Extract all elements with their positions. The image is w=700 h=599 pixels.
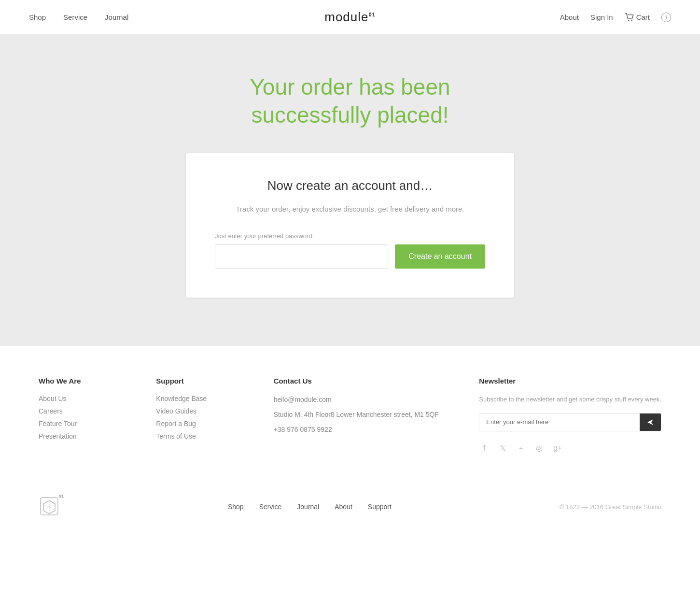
footer-link-presentation[interactable]: Presentation (39, 432, 77, 440)
contact-email: hello@module.com (274, 395, 439, 405)
footer-link-knowledge-base[interactable]: Knowledge Base (156, 395, 207, 402)
footer-link-careers[interactable]: Careers (39, 407, 63, 415)
twitter-icon[interactable]: 𝕏 (497, 443, 508, 454)
footer-col2-links: Knowledge Base Video Guides Report a Bug… (156, 395, 233, 440)
footer-logo-01: 01 (59, 494, 64, 499)
footer-logo-cube (39, 496, 60, 517)
create-account-button[interactable]: Create an account (395, 244, 485, 269)
footer-link-report-bug[interactable]: Report a Bug (156, 420, 196, 428)
newsletter-submit-button[interactable] (640, 414, 661, 431)
footer-col2-heading: Support (156, 377, 233, 385)
nav-signin[interactable]: Sign In (590, 13, 613, 21)
info-icon[interactable]: i (661, 13, 671, 22)
site-logo[interactable]: module01 (324, 10, 376, 25)
nav-about[interactable]: About (560, 13, 579, 21)
card-heading: Now create an account and… (215, 178, 485, 193)
footer-nav-support[interactable]: Support (368, 503, 392, 511)
cart-icon-wrap[interactable]: Cart (625, 13, 650, 22)
rss-icon[interactable]: ⌁ (516, 443, 526, 454)
site-footer: Who We Are About Us Careers Feature Tour… (0, 346, 700, 536)
footer-nav-service[interactable]: Service (259, 503, 282, 511)
footer-col-contact: Contact Us hello@module.com Studio M, 4t… (274, 377, 439, 454)
copyright: © 1823 — 2016 Great Simple Studio (560, 503, 661, 511)
nav-shop[interactable]: Shop (29, 13, 46, 21)
social-icons: f 𝕏 ⌁ ◎ g+ (479, 443, 661, 454)
footer-logo[interactable]: 01 (39, 496, 60, 518)
footer-col-support: Support Knowledge Base Video Guides Repo… (156, 377, 233, 454)
googleplus-icon[interactable]: g+ (552, 443, 563, 454)
contact-address: Studio M, 4th Floor8 Lower Manchester st… (274, 410, 439, 420)
site-header: Shop Service Journal module01 About Sign… (0, 0, 700, 35)
newsletter-input[interactable] (479, 414, 640, 431)
cart-icon (625, 13, 634, 22)
card-form: Create an account (215, 244, 485, 269)
send-icon (646, 418, 654, 426)
card-subtext: Track your order, enjoy exclusive discou… (215, 205, 485, 213)
footer-link-about-us[interactable]: About Us (39, 395, 67, 402)
nav-journal[interactable]: Journal (105, 13, 128, 21)
newsletter-form (479, 413, 661, 431)
footer-top: Who We Are About Us Careers Feature Tour… (39, 377, 661, 478)
password-input[interactable] (215, 244, 388, 269)
header-nav-left: Shop Service Journal (29, 13, 128, 21)
footer-nav-shop[interactable]: Shop (228, 503, 244, 511)
svg-point-0 (628, 20, 630, 21)
hero-section: Your order has been successfully placed!… (0, 35, 700, 346)
footer-link-terms[interactable]: Terms of Use (156, 432, 196, 440)
footer-link-feature-tour[interactable]: Feature Tour (39, 420, 77, 428)
footer-col-newsletter: Newsletter Subscribe to the newsletter a… (479, 377, 661, 454)
footer-col-who: Who We Are About Us Careers Feature Tour… (39, 377, 116, 454)
hero-title: Your order has been successfully placed! (10, 73, 690, 129)
contact-phone: +38 976 0875 9922 (274, 425, 439, 435)
nav-service[interactable]: Service (63, 13, 87, 21)
account-card: Now create an account and… Track your or… (186, 153, 514, 298)
cart-label: Cart (636, 13, 650, 21)
facebook-icon[interactable]: f (479, 443, 490, 454)
password-label: Just enter your preferred password: (215, 232, 485, 240)
footer-nav-about[interactable]: About (335, 503, 352, 511)
footer-nav-journal[interactable]: Journal (297, 503, 319, 511)
footer-bottom: 01 Shop Service Journal About Support © … (39, 478, 661, 536)
instagram-icon[interactable]: ◎ (534, 443, 545, 454)
footer-link-video-guides[interactable]: Video Guides (156, 407, 196, 415)
svg-point-1 (631, 20, 632, 21)
footer-col1-heading: Who We Are (39, 377, 116, 385)
footer-bottom-nav: Shop Service Journal About Support (228, 503, 392, 511)
footer-col4-heading: Newsletter (479, 377, 661, 385)
footer-col1-links: About Us Careers Feature Tour Presentati… (39, 395, 116, 440)
footer-col3-heading: Contact Us (274, 377, 439, 385)
header-nav-right: About Sign In Cart i (560, 13, 671, 22)
newsletter-subtext: Subscribe to the newsletter and get some… (479, 395, 661, 404)
